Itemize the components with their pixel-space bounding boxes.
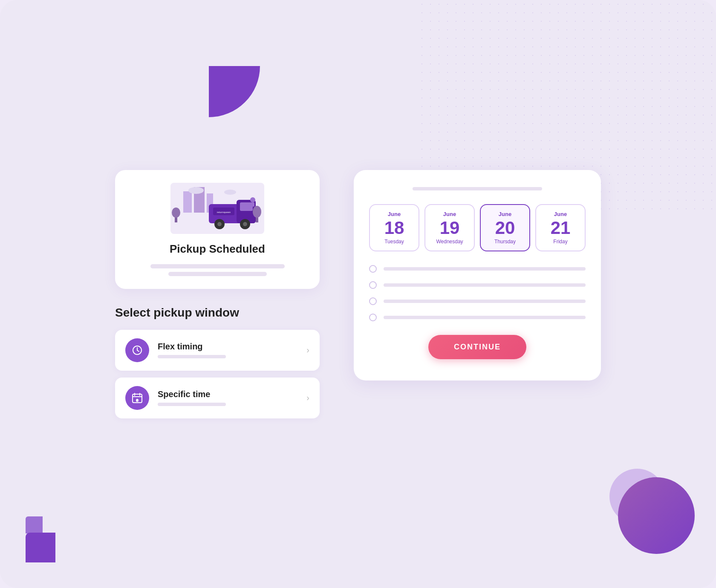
time-line-4 <box>384 316 586 319</box>
page-wrapper: returnqueen <box>0 0 716 588</box>
time-line-3 <box>384 300 586 303</box>
time-line-1 <box>384 267 586 271</box>
flex-timing-text: Flex timing <box>158 342 298 358</box>
date-day-june20: 20 <box>495 219 515 237</box>
date-card-june19[interactable]: June 19 Wednesday <box>424 204 475 251</box>
date-day-june18: 18 <box>384 219 404 237</box>
pickup-line-1 <box>150 264 285 268</box>
time-options <box>369 265 586 321</box>
time-row-1[interactable] <box>369 265 586 273</box>
date-month-june18: June <box>388 211 401 217</box>
select-section: Select pickup window Flex timing <box>115 306 320 418</box>
date-weekday-june21: Friday <box>553 239 567 245</box>
flex-timing-sub-line <box>158 355 226 358</box>
flex-timing-option[interactable]: Flex timing › <box>115 330 320 371</box>
radio-1[interactable] <box>369 265 377 273</box>
time-row-4[interactable] <box>369 314 586 321</box>
date-month-june20: June <box>499 211 511 217</box>
date-weekday-june18: Tuesday <box>384 239 404 245</box>
time-line-2 <box>384 283 586 287</box>
svg-point-20 <box>253 206 261 218</box>
specific-time-arrow: › <box>306 393 309 403</box>
svg-point-15 <box>250 197 255 202</box>
calendar-top-placeholder <box>413 187 543 190</box>
date-selector: June 18 Tuesday June 19 Wednesday June 2… <box>369 204 586 251</box>
date-weekday-june19: Wednesday <box>436 239 463 245</box>
svg-point-18 <box>172 208 180 218</box>
left-panel: returnqueen <box>115 170 320 418</box>
time-row-3[interactable] <box>369 297 586 305</box>
svg-text:8: 8 <box>136 398 139 402</box>
specific-time-icon-bg: 8 <box>125 386 149 410</box>
flex-timing-label: Flex timing <box>158 342 298 352</box>
pickup-card: returnqueen <box>115 170 320 289</box>
deco-blob-bottom-right <box>609 469 695 554</box>
date-day-june21: 21 <box>551 219 571 237</box>
specific-time-option[interactable]: 8 Specific time › <box>115 378 320 418</box>
svg-rect-1 <box>183 191 192 213</box>
main-content: returnqueen <box>115 170 601 418</box>
radio-2[interactable] <box>369 281 377 289</box>
date-card-june18[interactable]: June 18 Tuesday <box>369 204 419 251</box>
svg-line-23 <box>137 350 139 352</box>
calendar-card: June 18 Tuesday June 19 Wednesday June 2… <box>354 170 601 380</box>
date-card-june20[interactable]: June 20 Thursday <box>480 204 530 251</box>
pickup-line-2 <box>168 272 267 276</box>
specific-time-label: Specific time <box>158 389 298 399</box>
pickup-title: Pickup Scheduled <box>170 242 265 256</box>
calendar-number-icon: 8 <box>131 392 143 404</box>
time-row-2[interactable] <box>369 281 586 289</box>
date-weekday-june20: Thursday <box>494 239 516 245</box>
pickup-placeholder-lines <box>128 264 307 276</box>
svg-point-4 <box>188 187 204 194</box>
svg-rect-16 <box>251 202 254 207</box>
truck-illustration: returnqueen <box>170 183 264 234</box>
continue-button[interactable]: CONTINUE <box>428 335 526 359</box>
svg-point-5 <box>224 190 236 195</box>
date-month-june21: June <box>554 211 567 217</box>
deco-quarter-circle <box>209 66 260 117</box>
svg-point-14 <box>243 222 247 226</box>
select-title: Select pickup window <box>115 306 320 320</box>
flex-timing-arrow: › <box>306 345 309 355</box>
specific-time-text: Specific time <box>158 389 298 406</box>
clock-icon <box>131 344 143 356</box>
specific-time-sub-line <box>158 403 226 406</box>
svg-point-12 <box>217 222 222 226</box>
date-month-june19: June <box>443 211 456 217</box>
svg-text:returnqueen: returnqueen <box>217 211 231 213</box>
svg-rect-8 <box>240 202 253 211</box>
flex-timing-icon-bg <box>125 338 149 362</box>
radio-4[interactable] <box>369 314 377 321</box>
date-card-june21[interactable]: June 21 Friday <box>535 204 586 251</box>
date-day-june19: 19 <box>440 219 460 237</box>
radio-3[interactable] <box>369 297 377 305</box>
